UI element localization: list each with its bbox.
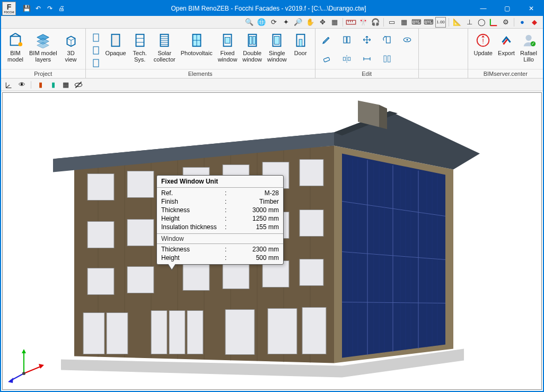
update-button[interactable]: ! Update xyxy=(471,31,495,57)
copy-group-button[interactable] xyxy=(338,31,356,49)
axis-gizmo-icon xyxy=(7,347,45,385)
visibility-icon[interactable]: 👁 xyxy=(17,80,27,90)
svg-rect-18 xyxy=(93,47,99,54)
photovoltaic-button[interactable]: Photovoltaic xyxy=(178,31,215,57)
3d-view-button[interactable]: 3D view xyxy=(60,31,82,64)
titlebar: F FOCCHI 💾 ↶ ↷ 🖨 Open BIM RenoZEB - Focc… xyxy=(1,1,543,16)
svg-line-15 xyxy=(71,38,75,40)
svg-point-60 xyxy=(525,35,531,41)
audio-icon[interactable]: 🎧 xyxy=(370,17,381,28)
ribbon-group-edit: Edit xyxy=(315,29,419,78)
grid-toggle-icon[interactable]: ▦ xyxy=(61,80,71,90)
save-icon[interactable]: 💾 xyxy=(22,4,31,13)
svg-rect-39 xyxy=(275,37,279,45)
undo-icon[interactable]: ↶ xyxy=(34,4,42,13)
ribbon-group-bimserver: ! Update Export ✓ Rafael Lillo BIMserver… xyxy=(468,29,543,78)
search-icon[interactable]: 🔍 xyxy=(244,17,255,28)
snap-icon[interactable]: ▦ xyxy=(329,17,340,28)
axis-icon[interactable] xyxy=(4,80,14,90)
blue-orb-icon[interactable]: ● xyxy=(517,17,528,28)
globe-icon[interactable]: 🌐 xyxy=(256,17,267,28)
door-button[interactable]: Door xyxy=(289,31,312,57)
perpendicular-icon[interactable]: ⊥ xyxy=(464,17,475,28)
svg-rect-86 xyxy=(127,220,154,246)
svg-marker-133 xyxy=(39,364,44,369)
svg-rect-96 xyxy=(300,259,323,286)
opaque-button[interactable]: Opaque xyxy=(103,31,129,57)
fixed-window-button[interactable]: Fixed window xyxy=(215,31,240,64)
ribbon: BIM model BIM model layers 3D view Proje… xyxy=(1,29,543,79)
module-small-2[interactable] xyxy=(90,45,102,56)
solar-collector-button[interactable]: Solar collector xyxy=(151,31,178,64)
circle-icon[interactable]: ◯ xyxy=(476,17,487,28)
scale-icon[interactable]: 1.00 xyxy=(435,17,446,28)
bim-model-button[interactable]: BIM model xyxy=(4,31,27,64)
export-button[interactable]: Export xyxy=(495,31,517,57)
module-small-1[interactable] xyxy=(90,32,102,43)
keys-icon[interactable]: ⌨ xyxy=(423,17,434,28)
double-window-button[interactable]: Double window xyxy=(240,31,265,64)
single-window-button[interactable]: Single window xyxy=(265,31,289,64)
redo-icon[interactable]: ↷ xyxy=(46,4,54,13)
panel-icon[interactable]: ▭ xyxy=(387,17,397,28)
svg-line-132 xyxy=(24,366,42,373)
svg-marker-131 xyxy=(22,349,26,353)
module-small-3[interactable] xyxy=(90,57,102,69)
svg-rect-100 xyxy=(169,311,185,354)
svg-rect-79 xyxy=(87,174,114,201)
eraser-button[interactable] xyxy=(318,50,336,68)
grid-icon[interactable]: ▦ xyxy=(399,17,409,28)
ribbon-group-label: BIMserver.center xyxy=(468,69,543,78)
layer-toggle-2-icon[interactable]: ▮ xyxy=(48,80,58,90)
svg-rect-85 xyxy=(87,222,114,248)
svg-rect-101 xyxy=(187,311,203,354)
rotate-box-button[interactable] xyxy=(378,31,396,49)
flag-icon[interactable]: 🎌 xyxy=(358,17,368,28)
tooltip-section: Window xyxy=(157,233,283,244)
settings-icon[interactable]: ⚙ xyxy=(501,17,511,28)
hide-icon[interactable] xyxy=(74,80,83,90)
ribbon-group-project: BIM model BIM model layers 3D view Proje… xyxy=(1,29,86,78)
move-arrows-button[interactable] xyxy=(358,31,376,49)
maximize-button[interactable]: ▢ xyxy=(495,1,519,16)
measure-button[interactable] xyxy=(358,50,376,68)
move-icon[interactable]: ✥ xyxy=(317,17,328,28)
edit-pencil-button[interactable] xyxy=(318,31,336,49)
svg-rect-102 xyxy=(225,310,255,355)
user-button[interactable]: ✓ Rafael Lillo xyxy=(517,31,540,64)
ribbon-group-elements: Opaque Tech. Sys. Solar collector Photov… xyxy=(86,29,315,78)
svg-text:!: ! xyxy=(482,37,484,45)
wand-icon[interactable]: ✦ xyxy=(280,17,291,28)
mirror-button[interactable] xyxy=(338,50,356,68)
utility-toolbar: 🔍 🌐 ⟳ ✦ 🔎 ✋ ✥ ▦ 🎌 🎧 ▭ ▦ ⌨ ⌨ 1.00 📐 ⊥ ◯ ⚙… xyxy=(1,16,543,29)
svg-rect-0 xyxy=(346,20,356,24)
bim-layers-button[interactable]: BIM model layers xyxy=(27,31,60,64)
svg-rect-48 xyxy=(323,57,330,62)
pan-icon[interactable]: ✋ xyxy=(305,17,315,28)
ruler-icon[interactable] xyxy=(346,17,356,28)
tech-sys-button[interactable]: Tech. Sys. xyxy=(129,31,151,64)
angle-icon[interactable]: 📐 xyxy=(452,17,462,28)
svg-rect-94 xyxy=(223,263,249,289)
svg-rect-19 xyxy=(93,59,99,67)
3d-viewport[interactable]: Fixed Window Unit Ref.:M-28 Finish:Timbe… xyxy=(2,92,542,390)
svg-rect-36 xyxy=(249,37,252,45)
window-title: Open BIM RenoZEB - Focchi Facades - v201… xyxy=(66,5,471,12)
keyboard-icon[interactable]: ⌨ xyxy=(411,17,422,28)
svg-rect-44 xyxy=(386,37,390,43)
ribbon-group-label: Elements xyxy=(86,69,315,78)
layer-toggle-1-icon[interactable]: ▮ xyxy=(36,80,45,90)
print-icon[interactable]: 🖨 xyxy=(57,4,66,13)
align-button[interactable] xyxy=(378,50,396,68)
zoom-icon[interactable]: 🔎 xyxy=(293,17,303,28)
axes-icon[interactable] xyxy=(488,17,499,28)
svg-rect-55 xyxy=(384,56,387,62)
close-button[interactable]: ✕ xyxy=(519,1,543,16)
refresh-icon[interactable]: ⟳ xyxy=(268,17,279,28)
help-icon[interactable]: ◆ xyxy=(529,17,540,28)
eye-button[interactable] xyxy=(398,31,416,49)
ribbon-spacer xyxy=(419,29,468,78)
minimize-button[interactable]: — xyxy=(471,1,495,16)
ribbon-group-label: Edit xyxy=(315,69,418,78)
svg-rect-42 xyxy=(344,37,346,43)
